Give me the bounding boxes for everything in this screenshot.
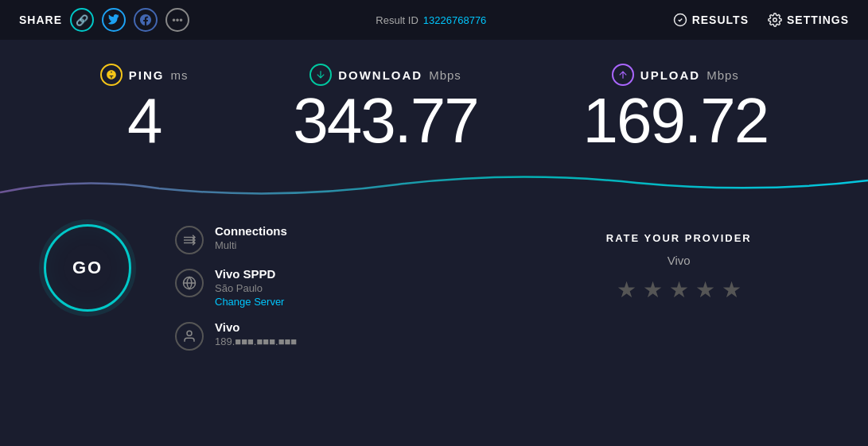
bottom-section: GO Connections Multi <box>0 208 868 366</box>
isp-text: Vivo 189.■■■.■■■.■■■ <box>215 320 297 347</box>
stars-container: ★ ★ ★ ★ ★ <box>617 277 741 303</box>
share-more-icon[interactable]: ••• <box>165 8 189 32</box>
ping-icon <box>100 64 123 86</box>
rate-section: RATE YOUR PROVIDER Vivo ★ ★ ★ ★ ★ <box>522 224 837 303</box>
connections-text: Connections Multi <box>215 224 287 251</box>
settings-icon <box>768 13 782 27</box>
download-stat: DOWNLOAD Mbps 343.77 <box>293 64 478 153</box>
server-row: Vivo SPPD São Paulo Change Server <box>175 267 490 308</box>
connections-subtitle: Multi <box>215 239 287 251</box>
upload-unit: Mbps <box>706 68 739 82</box>
svg-point-7 <box>187 331 192 335</box>
rate-title: RATE YOUR PROVIDER <box>606 232 752 244</box>
ping-unit: ms <box>171 68 189 82</box>
settings-nav[interactable]: SETTINGS <box>768 13 849 27</box>
go-button[interactable]: GO <box>44 224 131 312</box>
nav-right: RESULTS SETTINGS <box>673 13 849 27</box>
go-button-wrapper: GO <box>32 224 143 312</box>
top-bar: SHARE 🔗 ••• Result ID 13226768776 RESULT… <box>0 0 868 40</box>
upload-value: 169.72 <box>582 89 768 153</box>
star-5[interactable]: ★ <box>722 277 741 303</box>
results-nav[interactable]: RESULTS <box>673 13 749 27</box>
svg-point-1 <box>773 18 777 22</box>
server-icon <box>175 269 204 297</box>
info-list: Connections Multi Vivo SPPD São Paulo Ch… <box>175 224 490 351</box>
result-id-section: Result ID 13226768776 <box>376 14 486 26</box>
download-label: DOWNLOAD <box>338 68 422 82</box>
isp-ip: 189.■■■.■■■.■■■ <box>215 335 297 347</box>
server-text: Vivo SPPD São Paulo Change Server <box>215 267 284 308</box>
ping-value: 4 <box>127 89 162 153</box>
share-section: SHARE 🔗 ••• <box>19 8 189 32</box>
connections-icon <box>175 226 204 254</box>
upload-label: UPLOAD <box>640 68 700 82</box>
share-twitter-icon[interactable] <box>102 8 126 32</box>
server-title: Vivo SPPD <box>215 267 284 281</box>
star-4[interactable]: ★ <box>695 277 715 303</box>
download-icon <box>309 64 332 86</box>
isp-title: Vivo <box>215 320 297 334</box>
ping-label: PING <box>129 68 165 82</box>
upload-icon <box>612 64 634 86</box>
share-label: SHARE <box>19 14 62 26</box>
ping-stat: PING ms 4 <box>100 64 189 153</box>
star-1[interactable]: ★ <box>617 277 636 303</box>
connections-row: Connections Multi <box>175 224 490 254</box>
result-id-value[interactable]: 13226768776 <box>423 14 487 26</box>
upload-stat: UPLOAD Mbps 169.72 <box>582 64 768 153</box>
rate-provider-name: Vivo <box>668 254 691 267</box>
star-2[interactable]: ★ <box>643 277 663 303</box>
download-value: 343.77 <box>293 89 478 153</box>
results-icon <box>673 13 687 27</box>
server-location: São Paulo <box>215 282 284 294</box>
result-id-label: Result ID <box>376 14 418 26</box>
isp-row: Vivo 189.■■■.■■■.■■■ <box>175 320 490 351</box>
download-unit: Mbps <box>429 68 461 82</box>
star-3[interactable]: ★ <box>669 277 689 303</box>
change-server-link[interactable]: Change Server <box>215 296 284 308</box>
share-link-icon[interactable]: 🔗 <box>70 8 94 32</box>
wave-container <box>0 161 868 208</box>
share-facebook-icon[interactable] <box>134 8 158 32</box>
isp-icon <box>175 322 204 351</box>
connections-title: Connections <box>215 224 287 238</box>
stats-section: PING ms 4 DOWNLOAD Mbps 343.77 UPLOAD Mb… <box>0 40 868 161</box>
